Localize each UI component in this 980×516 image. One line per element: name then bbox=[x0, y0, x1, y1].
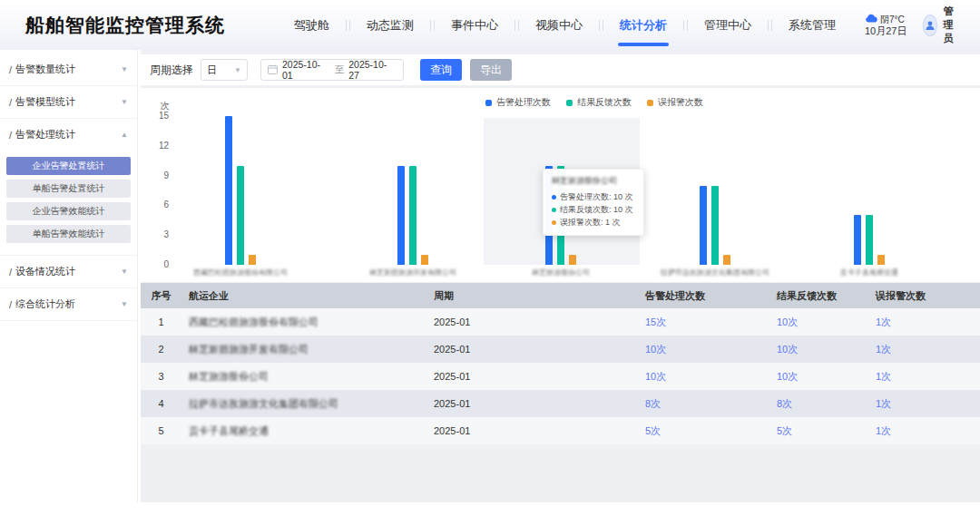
chevron-down-icon: ▼ bbox=[121, 65, 128, 73]
bar-group-1[interactable] bbox=[225, 116, 256, 265]
nav-item-6[interactable]: 管理中心 bbox=[691, 10, 764, 41]
bar-结果反馈次数[interactable] bbox=[711, 186, 719, 265]
chart-legend: 告警处理次数结果反馈次数误报警次数 bbox=[485, 96, 703, 109]
weather-temp: 阴7°C bbox=[880, 14, 905, 25]
slash-icon: / bbox=[9, 97, 12, 108]
cell-company: 贡卡子县尾桥交通 bbox=[181, 424, 426, 438]
sidebar-item-4[interactable]: /设备情况统计▼ bbox=[0, 256, 137, 287]
query-button[interactable]: 查询 bbox=[420, 59, 462, 81]
data-table: 序号航运企业周期告警处理次数结果反馈次数误报警次数 1西藏巴松措旅游股份有限公司… bbox=[141, 283, 980, 444]
cell-company: 拉萨市达孜旅游文化集团有限公司 bbox=[181, 397, 426, 411]
cell-period: 2025-01 bbox=[426, 316, 638, 327]
bar-结果反馈次数[interactable] bbox=[409, 166, 416, 265]
legend-item-3[interactable]: 误报警次数 bbox=[647, 96, 703, 109]
bar-告警处理次数[interactable] bbox=[397, 166, 405, 265]
sidebar-item-1[interactable]: /告警数量统计▼ bbox=[0, 54, 137, 85]
nav-item-2[interactable]: 动态监测 bbox=[354, 10, 426, 41]
bar-group-2[interactable] bbox=[397, 166, 428, 265]
bottom-strip bbox=[0, 502, 980, 516]
tooltip-dot bbox=[552, 195, 556, 200]
date-range-picker[interactable]: 2025-10-01 至 2025-10-27 bbox=[260, 59, 404, 81]
period-select-value: 日 bbox=[207, 63, 234, 77]
cloud-icon bbox=[865, 14, 877, 25]
nav-divider bbox=[346, 20, 347, 31]
cell-handled-count[interactable]: 15次 bbox=[638, 316, 769, 329]
cell-no: 4 bbox=[141, 398, 181, 409]
nav-item-4[interactable]: 视频中心 bbox=[523, 10, 595, 41]
cell-no: 2 bbox=[141, 344, 181, 355]
sidebar-submenu: 企业告警处置统计单船告警处置统计企业告警效能统计单船告警效能统计 bbox=[0, 151, 137, 255]
date-end: 2025-10-27 bbox=[348, 59, 397, 81]
cell-feedback-count[interactable]: 8次 bbox=[769, 397, 868, 411]
bar-结果反馈次数[interactable] bbox=[866, 215, 873, 265]
weather-date: 10月27日 bbox=[865, 25, 906, 37]
nav-item-1[interactable]: 驾驶舱 bbox=[281, 10, 342, 41]
export-button[interactable]: 导出 bbox=[470, 59, 512, 81]
bar-误报警次数[interactable] bbox=[249, 255, 256, 265]
nav-item-3[interactable]: 事件中心 bbox=[438, 10, 511, 41]
cell-handled-count[interactable]: 5次 bbox=[638, 424, 769, 438]
user-name[interactable]: 管理员 bbox=[943, 5, 962, 45]
user-avatar[interactable] bbox=[923, 15, 937, 36]
sidebar-item-label: 设备情况统计 bbox=[15, 265, 121, 278]
slash-icon: / bbox=[9, 267, 12, 277]
cell-false-alarm-count[interactable]: 1次 bbox=[868, 343, 980, 356]
tooltip-text: 误报警次数: 1 次 bbox=[560, 216, 621, 229]
sidebar-item-3[interactable]: /告警处理统计▲ bbox=[0, 119, 137, 151]
x-axis-label-3: 林芝旅游股份公司 bbox=[493, 268, 629, 277]
cell-no: 5 bbox=[141, 425, 181, 436]
chevron-down-icon: ▼ bbox=[234, 66, 241, 74]
cell-feedback-count[interactable]: 10次 bbox=[769, 343, 868, 356]
bar-误报警次数[interactable] bbox=[877, 255, 885, 265]
table-row: 2林芝新措旅游开发有限公司2025-0110次10次1次 bbox=[141, 336, 980, 363]
sidebar-subitem-4[interactable]: 单船告警效能统计 bbox=[6, 225, 131, 243]
sidebar-item-2[interactable]: /告警模型统计▼ bbox=[0, 86, 137, 118]
bar-group-5[interactable] bbox=[854, 215, 885, 265]
tooltip-text: 结果反馈次数: 10 次 bbox=[560, 203, 633, 216]
bar-告警处理次数[interactable] bbox=[225, 116, 232, 265]
filter-bar: 周期选择 日 ▼ 2025-10-01 至 2025-10-27 查询 导出 bbox=[141, 54, 980, 85]
table-row: 1西藏巴松措旅游股份有限公司2025-0115次10次1次 bbox=[141, 308, 980, 336]
bar-误报警次数[interactable] bbox=[421, 255, 428, 265]
nav-divider bbox=[683, 20, 684, 31]
person-icon bbox=[924, 19, 936, 32]
cell-feedback-count[interactable]: 10次 bbox=[769, 316, 868, 329]
sidebar-group-5: /综合统计分析▼ bbox=[0, 288, 137, 321]
cell-false-alarm-count[interactable]: 1次 bbox=[868, 397, 980, 411]
legend-item-2[interactable]: 结果反馈次数 bbox=[566, 96, 632, 109]
nav-item-7[interactable]: 系统管理 bbox=[776, 10, 848, 41]
cell-feedback-count[interactable]: 5次 bbox=[769, 424, 868, 438]
sidebar-group-4: /设备情况统计▼ bbox=[0, 256, 137, 288]
cell-handled-count[interactable]: 8次 bbox=[638, 397, 769, 411]
cell-feedback-count[interactable]: 10次 bbox=[769, 370, 868, 384]
cell-false-alarm-count[interactable]: 1次 bbox=[868, 424, 980, 438]
cell-no: 3 bbox=[141, 371, 181, 382]
legend-item-1[interactable]: 告警处理次数 bbox=[485, 96, 551, 109]
sidebar-subitem-3[interactable]: 企业告警效能统计 bbox=[6, 202, 131, 220]
sidebar: /告警数量统计▼/告警模型统计▼/告警处理统计▲企业告警处置统计单船告警处置统计… bbox=[0, 50, 138, 503]
col-header-5: 结果反馈次数 bbox=[769, 289, 868, 303]
bar-误报警次数[interactable] bbox=[723, 255, 730, 265]
sidebar-item-5[interactable]: /综合统计分析▼ bbox=[0, 288, 137, 320]
tooltip-dot bbox=[552, 220, 556, 225]
bar-结果反馈次数[interactable] bbox=[237, 166, 244, 265]
sidebar-subitem-1[interactable]: 企业告警处置统计 bbox=[6, 157, 131, 175]
x-axis-label-5: 贡卡子县尾桥交通 bbox=[801, 268, 937, 277]
cell-false-alarm-count[interactable]: 1次 bbox=[868, 316, 980, 329]
cell-handled-count[interactable]: 10次 bbox=[638, 370, 769, 384]
bar-误报警次数[interactable] bbox=[569, 255, 576, 265]
cell-handled-count[interactable]: 10次 bbox=[638, 343, 769, 356]
period-select[interactable]: 日 ▼ bbox=[201, 59, 248, 81]
cell-period: 2025-01 bbox=[426, 344, 638, 355]
tooltip-title: 林芝旅游股份公司 bbox=[552, 175, 635, 187]
legend-dot bbox=[485, 100, 492, 106]
col-header-1: 序号 bbox=[141, 289, 181, 303]
bar-告警处理次数[interactable] bbox=[700, 186, 707, 265]
sidebar-subitem-2[interactable]: 单船告警处置统计 bbox=[6, 180, 131, 198]
sidebar-group-2: /告警模型统计▼ bbox=[0, 86, 137, 119]
table-row: 5贡卡子县尾桥交通2025-015次5次1次 bbox=[141, 417, 980, 444]
bar-group-4[interactable] bbox=[700, 186, 730, 265]
bar-告警处理次数[interactable] bbox=[854, 215, 861, 265]
cell-false-alarm-count[interactable]: 1次 bbox=[868, 370, 980, 384]
nav-item-5[interactable]: 统计分析 bbox=[607, 10, 680, 41]
